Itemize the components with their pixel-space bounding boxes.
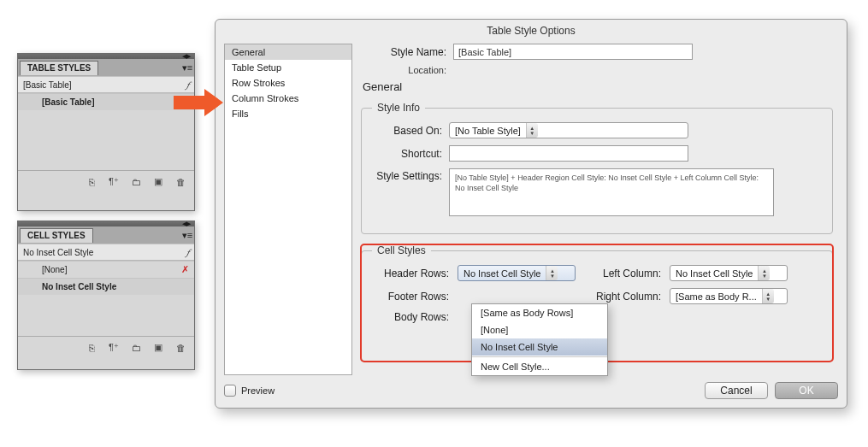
- group-style-info: Style Info Based On: [No Table Style] ▲▼…: [361, 102, 833, 234]
- left-column-label: Left Column:: [586, 268, 661, 279]
- flyout-menu-icon[interactable]: ▾≡: [180, 62, 194, 74]
- dropdown-stepper-icon: ▲▼: [758, 266, 770, 280]
- trash-icon[interactable]: 🗑: [174, 342, 187, 354]
- style-item-label: [Basic Table]: [42, 97, 95, 107]
- panel-body: [Basic Table] 𝑓 [Basic Table]: [18, 76, 194, 170]
- clear-override-icon[interactable]: ¶⁺: [107, 342, 121, 354]
- style-item-label: [None]: [42, 265, 67, 274]
- dropdown-separator: [472, 356, 607, 357]
- preview-label: Preview: [241, 385, 275, 396]
- panel-body: No Inset Cell Style 𝑓 [None] ✗ No Inset …: [18, 244, 194, 336]
- style-name-label: Style Name:: [359, 46, 453, 58]
- dropdown-stepper-icon: ▲▼: [546, 266, 558, 280]
- left-column-select[interactable]: No Inset Cell Style ▲▼: [670, 265, 788, 281]
- style-list-header[interactable]: No Inset Cell Style 𝑓: [18, 244, 194, 261]
- header-rows-select[interactable]: No Inset Cell Style ▲▼: [458, 265, 576, 281]
- panel-tabs: CELL STYLES ▾≡: [18, 226, 194, 244]
- clear-override-icon[interactable]: ¶⁺: [107, 176, 121, 188]
- flyout-menu-icon[interactable]: ▾≡: [180, 230, 194, 241]
- panel-footer: ⎘ ¶⁺ 🗀 ▣ 🗑: [18, 336, 194, 358]
- header-rows-value: No Inset Cell Style: [458, 268, 546, 279]
- body-rows-label: Body Rows:: [372, 311, 449, 323]
- cancel-button[interactable]: Cancel: [705, 382, 768, 399]
- ok-button[interactable]: OK: [775, 382, 838, 399]
- shortcut-label: Shortcut:: [372, 148, 449, 160]
- new-folder-icon[interactable]: 🗀: [129, 176, 143, 188]
- dialog-bottom-bar: Preview Cancel OK: [224, 382, 838, 399]
- based-on-value: [No Table Style]: [450, 126, 526, 136]
- shortcut-input[interactable]: [449, 145, 688, 162]
- style-list-header[interactable]: [Basic Table] 𝑓: [18, 76, 194, 93]
- dialog-sidebar: General Table Setup Row Strokes Column S…: [224, 44, 352, 375]
- based-on-select[interactable]: [No Table Style] ▲▼: [449, 122, 688, 138]
- tab-table-styles[interactable]: TABLE STYLES: [20, 61, 98, 75]
- header-rows-label: Header Rows:: [372, 268, 449, 279]
- style-list-item-none[interactable]: [None] ✗: [18, 261, 194, 278]
- quick-apply-icon[interactable]: 𝑓: [186, 247, 189, 258]
- folder-in-icon[interactable]: ⎘: [85, 342, 98, 354]
- dropdown-item[interactable]: [Same as Body Rows]: [472, 304, 607, 321]
- right-column-value: [Same as Body R...: [670, 291, 762, 302]
- sidebar-item-row-strokes[interactable]: Row Strokes: [225, 75, 351, 91]
- trash-icon[interactable]: 🗑: [174, 176, 187, 188]
- right-column-select[interactable]: [Same as Body R... ▲▼: [670, 288, 788, 304]
- cell-styles-legend: Cell Styles: [372, 244, 431, 256]
- sidebar-item-general[interactable]: General: [225, 44, 351, 60]
- none-marker-icon: ✗: [181, 264, 189, 275]
- folder-in-icon[interactable]: ⎘: [85, 176, 98, 188]
- dropdown-item[interactable]: [None]: [472, 321, 607, 338]
- sidebar-item-column-strokes[interactable]: Column Strokes: [225, 91, 351, 106]
- new-style-icon[interactable]: ▣: [151, 176, 165, 188]
- sidebar-item-fills[interactable]: Fills: [225, 106, 351, 121]
- dropdown-item-selected[interactable]: No Inset Cell Style: [472, 338, 607, 356]
- panel-tabs: TABLE STYLES ▾≡: [18, 59, 194, 76]
- header-rows-dropdown-menu: [Same as Body Rows] [None] No Inset Cell…: [471, 303, 608, 376]
- dropdown-item-new[interactable]: New Cell Style...: [472, 358, 607, 375]
- tab-cell-styles[interactable]: CELL STYLES: [20, 228, 93, 243]
- style-list-item[interactable]: [Basic Table]: [18, 93, 194, 110]
- dropdown-stepper-icon: ▲▼: [762, 289, 774, 303]
- style-settings-label: Style Settings:: [372, 168, 449, 182]
- new-folder-icon[interactable]: 🗀: [129, 342, 143, 354]
- left-column-value: No Inset Cell Style: [670, 268, 758, 279]
- sidebar-item-table-setup[interactable]: Table Setup: [225, 60, 351, 75]
- panel-cell-styles: ◀▶ CELL STYLES ▾≡ No Inset Cell Style 𝑓 …: [17, 221, 195, 370]
- section-heading: General: [363, 80, 835, 93]
- style-item-label: No Inset Cell Style: [42, 282, 116, 291]
- style-info-legend: Style Info: [372, 102, 425, 114]
- header-style-name: No Inset Cell Style: [23, 248, 93, 257]
- new-style-icon[interactable]: ▣: [151, 342, 165, 354]
- based-on-label: Based On:: [372, 125, 449, 137]
- right-column-label: Right Column:: [586, 291, 661, 303]
- preview-checkbox[interactable]: [224, 385, 236, 397]
- style-list-item[interactable]: No Inset Cell Style: [18, 278, 194, 295]
- dropdown-stepper-icon: ▲▼: [526, 123, 538, 138]
- style-name-input[interactable]: [453, 44, 693, 60]
- dialog-title: Table Style Options: [216, 20, 847, 44]
- footer-rows-label: Footer Rows:: [372, 291, 449, 303]
- panel-footer: ⎘ ¶⁺ 🗀 ▣ 🗑: [18, 170, 194, 192]
- panel-table-styles: ◀▶ TABLE STYLES ▾≡ [Basic Table] 𝑓 [Basi…: [17, 53, 195, 211]
- header-style-name: [Basic Table]: [23, 80, 72, 90]
- callout-arrow-icon: [174, 89, 225, 116]
- style-settings-box: [No Table Style] + Header Region Cell St…: [449, 168, 774, 216]
- location-label: Location:: [359, 65, 453, 75]
